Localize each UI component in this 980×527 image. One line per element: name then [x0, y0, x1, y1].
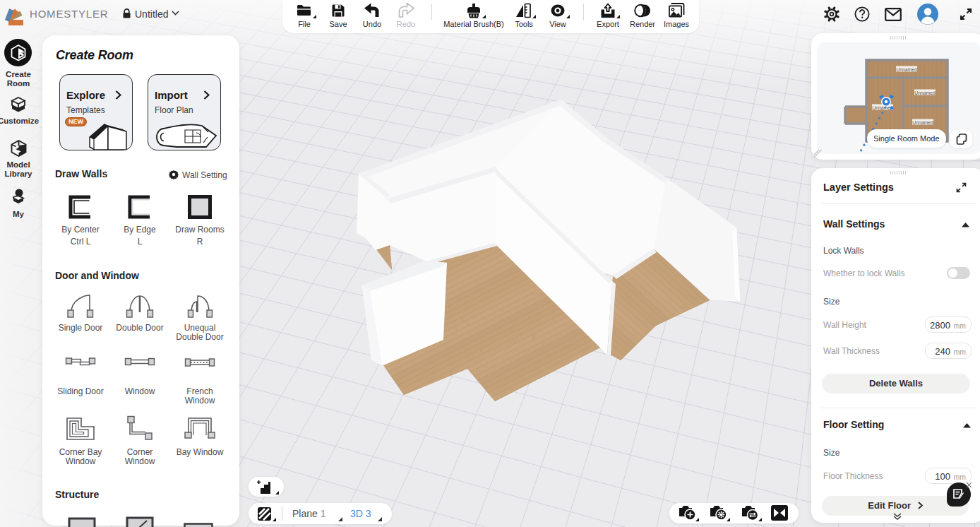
svg-text:Unnamed: Unnamed: [914, 90, 936, 95]
svg-text:Unnamed: Unnamed: [872, 105, 893, 110]
svg-text:Unnamed: Unnamed: [912, 120, 933, 125]
svg-text:Unnamed: Unnamed: [896, 67, 917, 72]
